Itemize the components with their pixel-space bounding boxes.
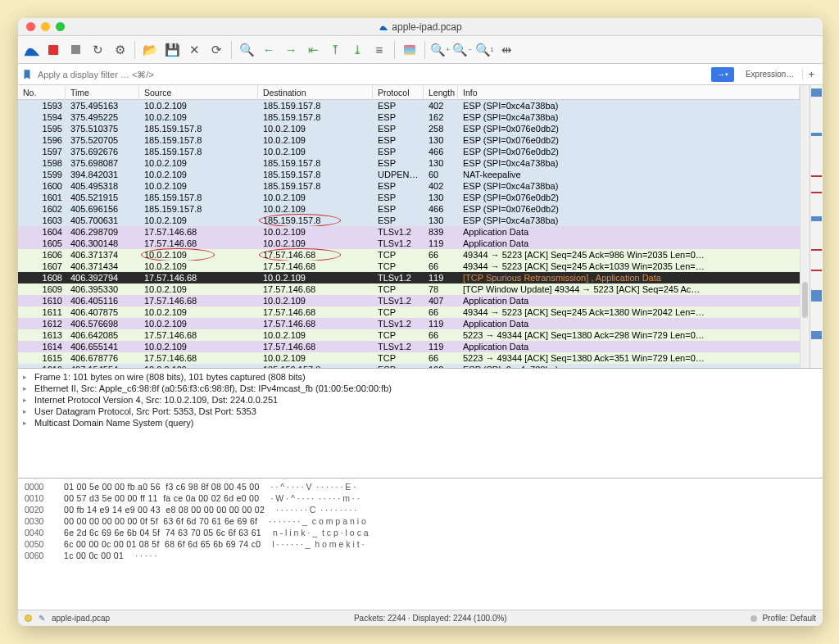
packet-row[interactable]: 1594375.49522510.0.2.109185.159.157.8ESP…	[18, 111, 800, 123]
cell-src: 185.159.157.8	[139, 147, 258, 156]
colorize-button[interactable]	[400, 40, 420, 60]
auto-scroll-button[interactable]: ≡	[370, 40, 389, 60]
detail-tree-row[interactable]: ▸Ethernet II, Src: Apple_c6:98:8f (a0:56…	[23, 383, 818, 394]
expression-button[interactable]: Expression…	[741, 70, 799, 79]
packet-row[interactable]: 1613406.64208517.57.146.6810.0.2.109TCP6…	[18, 329, 800, 341]
disclosure-arrow-icon[interactable]: ▸	[23, 419, 31, 427]
zoom-reset-button[interactable]: 🔍1	[474, 40, 494, 60]
open-file-button[interactable]: 📂	[140, 40, 160, 60]
disclosure-arrow-icon[interactable]: ▸	[23, 384, 31, 392]
cell-info: ESP (SPI=0x076e0db2)	[458, 124, 800, 134]
disclosure-arrow-icon[interactable]: ▸	[23, 396, 31, 404]
display-filter-input[interactable]	[36, 68, 708, 81]
bookmark-icon[interactable]	[21, 69, 33, 80]
restart-capture-button[interactable]: ↻	[88, 40, 107, 60]
packet-row[interactable]: 1610406.40511617.57.146.6810.0.2.109TLSv…	[18, 295, 800, 306]
packet-table-body[interactable]: 1593375.49516310.0.2.109185.159.157.8ESP…	[18, 100, 800, 368]
column-header-destination[interactable]: Destination	[258, 86, 373, 99]
packet-row[interactable]: 1596375.520705185.159.157.810.0.2.109ESP…	[18, 134, 800, 146]
stop-capture-button[interactable]	[66, 40, 85, 60]
cell-no: 1606	[18, 250, 66, 260]
column-header-no[interactable]: No.	[18, 86, 66, 99]
find-button[interactable]: 🔍	[237, 40, 256, 60]
cell-info: [TCP Window Update] 49344 → 5223 [ACK] S…	[458, 284, 800, 294]
detail-tree-row[interactable]: ▸Frame 1: 101 bytes on wire (808 bits), …	[23, 371, 818, 383]
cell-len: 839	[424, 227, 458, 237]
detail-tree-row[interactable]: ▸User Datagram Protocol, Src Port: 5353,…	[23, 406, 818, 417]
status-file-label: apple-ipad.pcap	[52, 614, 110, 623]
hex-offset: 0000	[25, 481, 52, 492]
hex-row[interactable]: 00506c 00 00 0c 00 01 08 5f 68 6f 6d 65 …	[25, 538, 816, 550]
column-header-length[interactable]: Length	[424, 86, 458, 99]
reload-button[interactable]: ⟳	[206, 40, 226, 60]
detail-tree-row[interactable]: ▸Multicast Domain Name System (query)	[23, 417, 818, 429]
capture-file-properties-icon[interactable]: ✎	[39, 614, 45, 623]
packet-row[interactable]: 1614406.65514110.0.2.10917.57.146.68TLSv…	[18, 341, 800, 352]
packet-row[interactable]: 1603405.70063110.0.2.109185.159.157.8ESP…	[18, 215, 800, 226]
cell-dst: 17.57.146.68	[258, 319, 373, 329]
close-file-button[interactable]: ✕	[184, 40, 204, 60]
cell-proto: ESP	[373, 101, 424, 111]
hex-row[interactable]: 000001 00 5e 00 00 fb a0 56 f3 c6 98 8f …	[25, 481, 816, 492]
cell-no: 1611	[18, 307, 66, 317]
packet-bytes-pane[interactable]: 000001 00 5e 00 00 fb a0 56 f3 c6 98 8f …	[18, 478, 823, 610]
packet-row[interactable]: 1608406.39279417.57.146.6810.0.2.109TLSv…	[18, 272, 800, 283]
packet-row[interactable]: 1595375.510375185.159.157.810.0.2.109ESP…	[18, 123, 800, 134]
minimize-window-button[interactable]	[41, 22, 50, 31]
hex-row[interactable]: 00406e 2d 6c 69 6e 6b 04 5f 74 63 70 05 …	[25, 527, 816, 538]
packet-details-pane[interactable]: ▸Frame 1: 101 bytes on wire (808 bits), …	[18, 369, 823, 478]
column-header-info[interactable]: Info	[458, 86, 800, 99]
packet-row[interactable]: 1612406.57669810.0.2.10917.57.146.68TLSv…	[18, 318, 800, 329]
statusbar: ✎ apple-ipad.pcap Packets: 2244 · Displa…	[18, 610, 823, 626]
hex-row[interactable]: 002000 fb 14 e9 14 e9 00 43 e8 08 00 00 …	[25, 504, 816, 515]
toolbar-separator	[231, 41, 232, 59]
hex-row[interactable]: 001000 57 d3 5e 00 00 ff 11 fa ce 0a 00 …	[25, 492, 816, 504]
close-window-button[interactable]	[26, 22, 35, 31]
packet-row[interactable]: 1605406.30014817.57.146.6810.0.2.109TLSv…	[18, 238, 800, 249]
scrollbar-thumb[interactable]	[802, 282, 808, 318]
packet-row[interactable]: 1602405.696156185.159.157.810.0.2.109ESP…	[18, 203, 800, 215]
go-first-button[interactable]: ⤒	[325, 40, 345, 60]
cell-proto: TCP	[373, 353, 424, 363]
disclosure-arrow-icon[interactable]: ▸	[23, 407, 31, 415]
packet-row[interactable]: 1616407.15455410.0.2.109185.159.157.8ESP…	[18, 364, 800, 368]
packet-row[interactable]: 1615406.67877617.57.146.6810.0.2.109TCP6…	[18, 352, 800, 364]
disclosure-arrow-icon[interactable]: ▸	[23, 373, 31, 381]
capture-options-button[interactable]: ⚙	[110, 40, 129, 60]
column-header-time[interactable]: Time	[66, 86, 139, 99]
go-back-button[interactable]: ←	[259, 40, 279, 60]
add-filter-button[interactable]: +	[802, 68, 819, 80]
go-last-button[interactable]: ⤓	[347, 40, 367, 60]
column-header-protocol[interactable]: Protocol	[373, 86, 424, 99]
packet-row[interactable]: 1601405.521915185.159.157.810.0.2.109ESP…	[18, 192, 800, 203]
packet-row[interactable]: 1611406.40787510.0.2.10917.57.146.68TCP6…	[18, 306, 800, 318]
zoom-out-button[interactable]: 🔍−	[452, 40, 472, 60]
packet-row[interactable]: 1593375.49516310.0.2.109185.159.157.8ESP…	[18, 100, 800, 111]
zoom-window-button[interactable]	[56, 22, 65, 31]
hex-row[interactable]: 003000 00 00 00 00 00 0f 5f 63 6f 6d 70 …	[25, 515, 816, 527]
start-capture-button[interactable]	[43, 40, 63, 60]
column-header-source[interactable]: Source	[139, 86, 258, 99]
vertical-scrollbar[interactable]	[800, 85, 810, 368]
status-profile-label[interactable]: Profile: Default	[762, 614, 816, 623]
go-to-packet-button[interactable]: ⇤	[303, 40, 323, 60]
packet-row[interactable]: 1606406.37137410.0.2.10917.57.146.68TCP6…	[18, 249, 800, 261]
zoom-in-button[interactable]: 🔍+	[430, 40, 450, 60]
packet-row[interactable]: 1598375.69808710.0.2.109185.159.157.8ESP…	[18, 157, 800, 169]
packet-row[interactable]: 1609406.39533010.0.2.10917.57.146.68TCP7…	[18, 283, 800, 295]
packet-minimap[interactable]	[810, 85, 823, 368]
resize-columns-button[interactable]: ⇹	[497, 40, 516, 60]
cell-proto: ESP	[373, 204, 424, 214]
packet-row[interactable]: 1599394.84203110.0.2.109185.159.157.8UDP…	[18, 169, 800, 180]
packet-row[interactable]: 1607406.37143410.0.2.10917.57.146.68TCP6…	[18, 261, 800, 272]
go-forward-button[interactable]: →	[281, 40, 301, 60]
packet-row[interactable]: 1597375.692676185.159.157.810.0.2.109ESP…	[18, 146, 800, 157]
cell-no: 1603	[18, 215, 66, 225]
apply-filter-button[interactable]: →▾	[711, 67, 734, 82]
save-file-button[interactable]: 💾	[162, 40, 182, 60]
detail-tree-row[interactable]: ▸Internet Protocol Version 4, Src: 10.0.…	[23, 394, 818, 406]
expert-info-indicator[interactable]	[25, 615, 32, 622]
packet-row[interactable]: 1604406.29870917.57.146.6810.0.2.109TLSv…	[18, 226, 800, 238]
packet-row[interactable]: 1600405.49531810.0.2.109185.159.157.8ESP…	[18, 180, 800, 192]
hex-row[interactable]: 00601c 00 0c 00 01· · · · ·	[25, 550, 816, 561]
